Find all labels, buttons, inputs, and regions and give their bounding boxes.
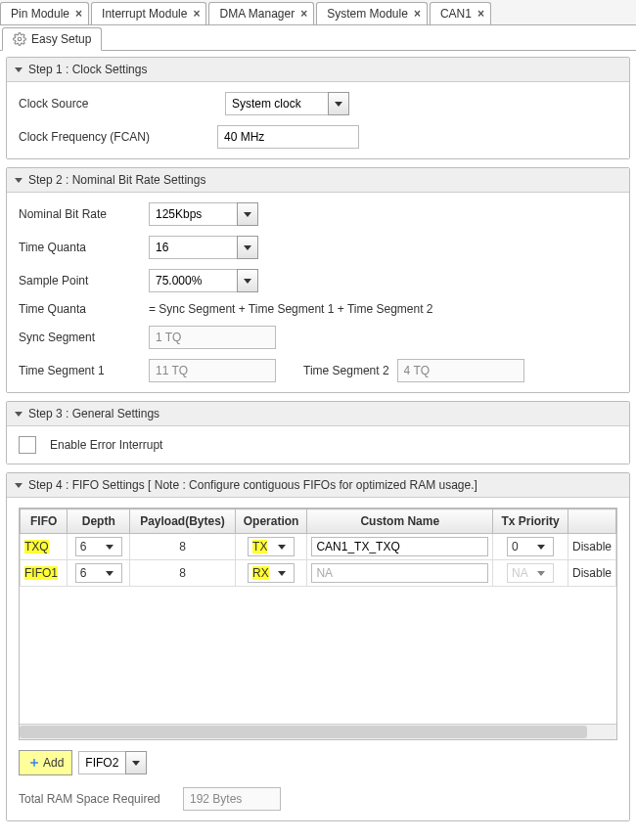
gear-icon — [13, 32, 26, 46]
clock-source-select[interactable] — [225, 92, 349, 115]
enable-error-interrupt-checkbox[interactable] — [19, 436, 36, 454]
tab-label: CAN1 — [440, 7, 472, 21]
step4-header[interactable]: Step 4 : FIFO Settings [ Note : Configur… — [7, 473, 629, 498]
txpriority-select[interactable]: 0 — [507, 537, 554, 556]
payload-cell: 8 — [130, 534, 235, 560]
chevron-down-icon — [15, 178, 23, 183]
clock-freq-input[interactable] — [217, 125, 359, 149]
step1-title: Step 1 : Clock Settings — [28, 63, 147, 76]
ts2-value — [397, 359, 524, 382]
step4-title: Step 4 : FIFO Settings [ Note : Configur… — [28, 478, 477, 492]
tab-pin-module[interactable]: Pin Module× — [0, 2, 89, 24]
plus-icon: ＋ — [27, 754, 41, 772]
tq-value[interactable] — [149, 236, 237, 259]
sync-value — [149, 326, 276, 349]
dropdown-icon[interactable] — [274, 571, 290, 576]
clock-freq-label: Clock Frequency (FCAN) — [19, 130, 209, 144]
extra-cell[interactable]: Disable — [568, 560, 615, 587]
enable-error-interrupt-label: Enable Error Interrupt — [50, 438, 162, 452]
fifo-name: TXQ — [24, 540, 49, 553]
horizontal-scrollbar[interactable] — [20, 724, 616, 739]
module-tab-bar: Pin Module× Interrupt Module× DMA Manage… — [0, 0, 636, 25]
dropdown-icon[interactable] — [237, 202, 258, 226]
tab-interrupt-module[interactable]: Interrupt Module× — [91, 2, 206, 24]
dropdown-icon[interactable] — [274, 545, 290, 550]
step1-section: Step 1 : Clock Settings Clock Source Clo… — [6, 57, 630, 159]
dropdown-icon[interactable] — [125, 751, 147, 774]
extra-cell[interactable]: Disable — [568, 534, 615, 560]
svg-point-0 — [18, 37, 22, 41]
dropdown-icon — [533, 571, 549, 576]
ts1-value — [149, 359, 276, 382]
dropdown-icon[interactable] — [533, 545, 549, 550]
close-icon[interactable]: × — [193, 7, 200, 21]
dropdown-icon[interactable] — [102, 545, 117, 550]
fifo-table: FIFO Depth Payload(Bytes) Operation Cust… — [19, 508, 617, 740]
table-row: TXQ 6 8 TX 0 Disable — [21, 534, 616, 560]
operation-select[interactable]: RX — [248, 563, 295, 583]
nbr-select[interactable] — [149, 202, 258, 226]
step3-section: Step 3 : General Settings Enable Error I… — [6, 401, 630, 464]
col-custom-name: Custom Name — [307, 509, 493, 534]
col-fifo: FIFO — [21, 509, 68, 534]
subtab-easy-setup[interactable]: Easy Setup — [2, 27, 102, 51]
step2-title: Step 2 : Nominal Bit Rate Settings — [28, 173, 205, 187]
add-fifo-value[interactable] — [78, 751, 125, 774]
custom-name-input[interactable] — [311, 537, 488, 556]
nbr-label: Nominal Bit Rate — [19, 207, 141, 221]
chevron-down-icon — [15, 483, 23, 488]
dropdown-icon[interactable] — [102, 571, 117, 576]
tab-label: DMA Manager — [219, 7, 295, 21]
dropdown-icon[interactable] — [237, 269, 258, 292]
sync-label: Sync Segment — [19, 331, 141, 344]
nbr-value[interactable] — [149, 202, 237, 226]
dropdown-icon[interactable] — [328, 92, 349, 115]
tq-select[interactable] — [149, 236, 258, 259]
tab-can1[interactable]: CAN1× — [430, 2, 491, 24]
dropdown-icon[interactable] — [237, 236, 258, 259]
operation-select[interactable]: TX — [248, 537, 295, 556]
tq-formula: = Sync Segment + Time Segment 1 + Time S… — [149, 302, 432, 316]
col-depth: Depth — [68, 509, 130, 534]
sp-select[interactable] — [149, 269, 258, 292]
clock-source-value[interactable] — [225, 92, 328, 115]
tab-dma-manager[interactable]: DMA Manager× — [208, 2, 314, 24]
step1-header[interactable]: Step 1 : Clock Settings — [7, 58, 629, 82]
col-payload: Payload(Bytes) — [130, 509, 235, 534]
chevron-down-icon — [15, 412, 23, 417]
add-fifo-select[interactable] — [78, 751, 147, 774]
step3-header[interactable]: Step 3 : General Settings — [7, 402, 629, 426]
sp-label: Sample Point — [19, 274, 141, 287]
depth-select[interactable]: 6 — [75, 563, 122, 583]
close-icon[interactable]: × — [414, 7, 421, 21]
step3-title: Step 3 : General Settings — [28, 407, 159, 420]
payload-cell: 8 — [130, 560, 235, 587]
clock-source-label: Clock Source — [19, 97, 141, 111]
add-button[interactable]: ＋ Add — [19, 750, 72, 775]
add-label: Add — [43, 756, 64, 770]
subtab-label: Easy Setup — [31, 32, 91, 46]
depth-select[interactable]: 6 — [75, 537, 122, 556]
col-operation: Operation — [235, 509, 307, 534]
close-icon[interactable]: × — [75, 7, 82, 21]
chevron-down-icon — [15, 67, 23, 72]
sp-value[interactable] — [149, 269, 237, 292]
tab-label: Interrupt Module — [102, 7, 187, 21]
tab-label: System Module — [327, 7, 408, 21]
tab-label: Pin Module — [11, 7, 69, 21]
step2-section: Step 2 : Nominal Bit Rate Settings Nomin… — [6, 167, 630, 393]
ram-label: Total RAM Space Required — [19, 792, 175, 806]
ts2-label: Time Segment 2 — [303, 364, 389, 377]
txpriority-select: NA — [507, 563, 554, 583]
tab-system-module[interactable]: System Module× — [316, 2, 428, 24]
table-row: FIFO1 6 8 RX NA Disable — [21, 560, 616, 587]
ts1-label: Time Segment 1 — [19, 364, 141, 377]
step2-header[interactable]: Step 2 : Nominal Bit Rate Settings — [7, 168, 629, 193]
col-extra — [568, 509, 615, 534]
tq-formula-label: Time Quanta — [19, 302, 141, 316]
close-icon[interactable]: × — [300, 7, 307, 21]
step4-section: Step 4 : FIFO Settings [ Note : Configur… — [6, 472, 630, 821]
custom-name-input — [311, 563, 488, 583]
close-icon[interactable]: × — [477, 7, 484, 21]
tq-label: Time Quanta — [19, 241, 141, 254]
